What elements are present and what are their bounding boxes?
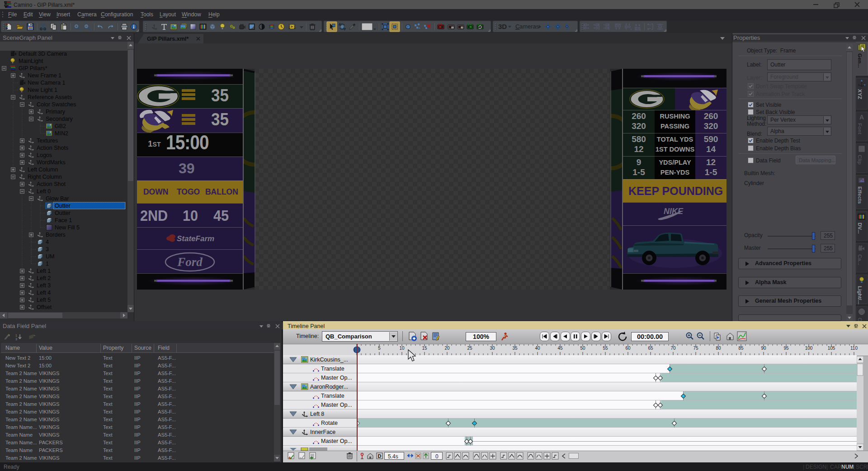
svg-text:GIP Pillars*: GIP Pillars* xyxy=(19,65,47,71)
svg-text:25: 25 xyxy=(467,346,472,351)
svg-text:GIP Pillars.xml*: GIP Pillars.xml* xyxy=(147,36,189,42)
svg-text:90: 90 xyxy=(761,346,766,351)
svg-text:5: 5 xyxy=(378,346,381,351)
svg-text:3: 3 xyxy=(15,338,17,341)
svg-text:85: 85 xyxy=(738,346,744,351)
svg-text:70: 70 xyxy=(670,346,676,351)
svg-text:Action Shot: Action Shot xyxy=(37,181,66,187)
svg-text:MainLight: MainLight xyxy=(19,58,43,64)
svg-text:StateFarm: StateFarm xyxy=(177,234,214,243)
svg-text:10: 10 xyxy=(399,346,405,351)
svg-text:Outter: Outter xyxy=(55,203,71,209)
svg-text:Default 3D Camera: Default 3D Camera xyxy=(19,51,67,57)
svg-text:Textures: Textures xyxy=(37,138,58,144)
svg-text:ameras: ameras xyxy=(519,23,539,30)
svg-text:Left 4: Left 4 xyxy=(37,290,51,296)
svg-text:40: 40 xyxy=(535,346,540,351)
svg-text:Secondary: Secondary xyxy=(46,116,73,122)
svg-text:Left 3: Left 3 xyxy=(37,282,51,289)
svg-text:T: T xyxy=(419,28,420,30)
svg-text:WordMarks: WordMarks xyxy=(37,159,66,166)
svg-text:New Camera 1: New Camera 1 xyxy=(28,80,65,86)
svg-text:3D: 3D xyxy=(498,23,507,30)
svg-text:Borders: Borders xyxy=(46,232,66,238)
svg-text:Color Swatches: Color Swatches xyxy=(37,101,76,108)
svg-text:A: A xyxy=(859,114,864,121)
svg-text:Offset: Offset xyxy=(37,304,52,310)
svg-text:New Frame 1: New Frame 1 xyxy=(28,72,61,79)
svg-text:Ford: Ford xyxy=(177,255,203,269)
svg-text:45: 45 xyxy=(557,346,563,351)
svg-text:Left 2: Left 2 xyxy=(37,275,51,281)
svg-text:Left 1: Left 1 xyxy=(37,268,51,274)
svg-text:65: 65 xyxy=(648,346,653,351)
svg-text:Action Shots: Action Shots xyxy=(37,145,68,151)
svg-text:80: 80 xyxy=(716,346,721,351)
svg-text:Logos: Logos xyxy=(37,152,52,158)
svg-text:D: D xyxy=(378,453,382,459)
svg-text:105: 105 xyxy=(828,346,835,351)
svg-text:50: 50 xyxy=(580,346,585,351)
svg-text:60: 60 xyxy=(625,346,631,351)
svg-text:New Light 1: New Light 1 xyxy=(28,87,57,93)
svg-text:1: 1 xyxy=(15,334,17,337)
svg-text:Right Column: Right Column xyxy=(28,174,62,180)
svg-text:100: 100 xyxy=(805,346,813,351)
svg-text:Left Column: Left Column xyxy=(28,167,58,173)
svg-text:Glow Bar: Glow Bar xyxy=(46,195,69,202)
svg-text:Primary: Primary xyxy=(46,109,66,115)
svg-text:Face 1: Face 1 xyxy=(55,217,72,224)
svg-text:Left 0: Left 0 xyxy=(37,188,51,195)
svg-text:4: 4 xyxy=(46,239,49,245)
svg-text:3: 3 xyxy=(46,246,49,252)
svg-text:Outter: Outter xyxy=(55,210,71,216)
svg-text:95: 95 xyxy=(783,346,789,351)
svg-text:110: 110 xyxy=(850,346,858,351)
svg-text:MIN2: MIN2 xyxy=(55,130,68,137)
svg-text:1: 1 xyxy=(46,261,49,267)
svg-text:C: C xyxy=(515,23,519,30)
svg-text:55: 55 xyxy=(603,346,608,351)
svg-text:GB2: GB2 xyxy=(55,123,66,129)
svg-text:35: 35 xyxy=(512,346,518,351)
svg-text:Left 5: Left 5 xyxy=(37,297,51,303)
svg-text:30: 30 xyxy=(490,346,495,351)
svg-text:20: 20 xyxy=(444,346,450,351)
svg-text:Reference Assets: Reference Assets xyxy=(28,94,72,100)
svg-text:75: 75 xyxy=(693,346,698,351)
svg-text:UM: UM xyxy=(46,253,54,260)
svg-text:New Fill 5: New Fill 5 xyxy=(55,224,80,231)
svg-text:15: 15 xyxy=(422,346,427,351)
